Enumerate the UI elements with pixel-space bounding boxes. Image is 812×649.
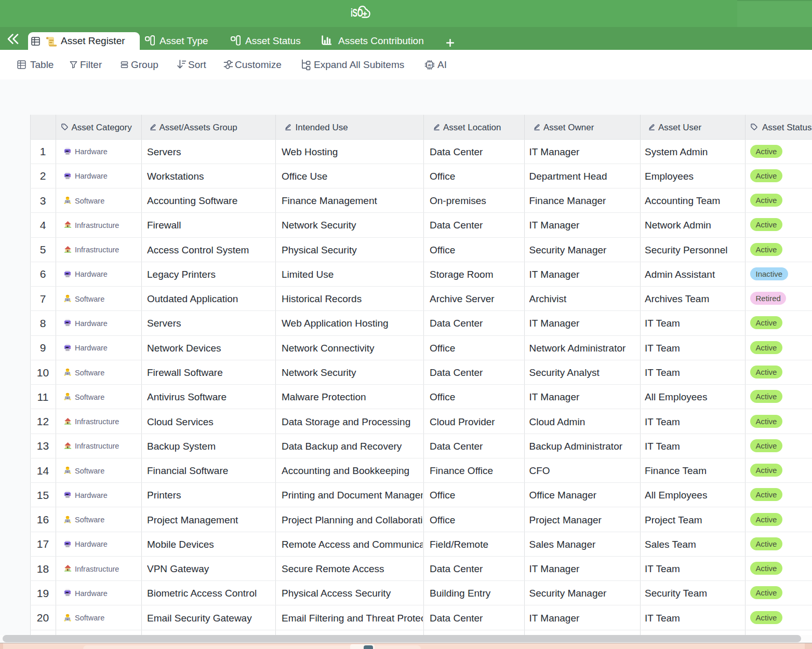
svg-text:AI: AI: [428, 63, 432, 66]
